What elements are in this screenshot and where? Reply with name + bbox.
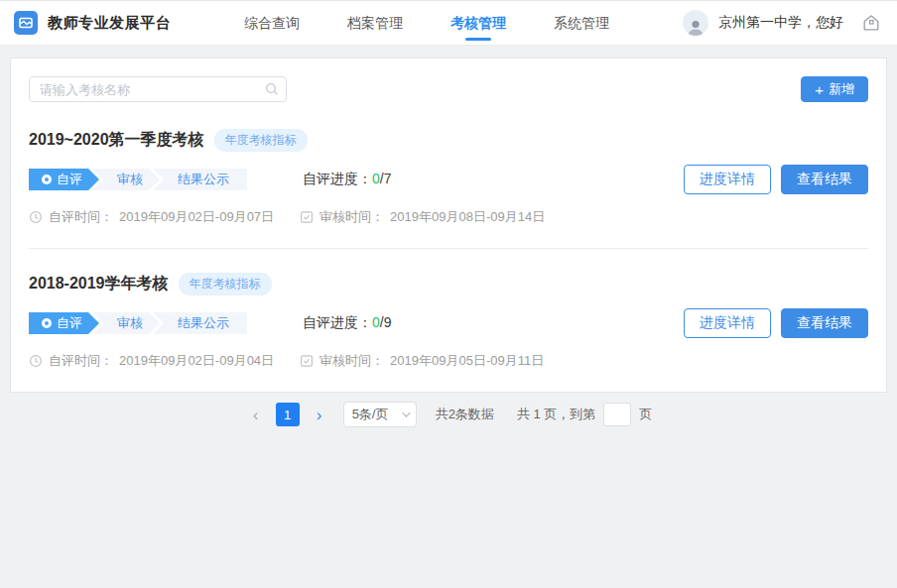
- total-count-text: 共2条数据: [436, 406, 494, 423]
- time-value: 2019年09月02日-09月04日: [119, 352, 274, 370]
- nav-item-comprehensive-query[interactable]: 综合查询: [220, 0, 323, 46]
- page-size-select[interactable]: 5条/页: [343, 402, 417, 427]
- assessment-tag-badge: 年度考核指标: [214, 129, 308, 152]
- progress-value: 0: [372, 171, 380, 186]
- nav-item-archive-management[interactable]: 档案管理: [323, 0, 427, 46]
- step-label: 审核: [117, 171, 143, 188]
- step-result-publicity: 结果公示: [153, 169, 247, 190]
- step-banner: 自评 审核 结果公示: [29, 312, 247, 334]
- active-step-dot-icon: [42, 318, 52, 328]
- time-label: 审核时间：: [320, 208, 384, 226]
- progress-label: 自评进度：: [303, 171, 372, 186]
- nav-label: 综合查询: [244, 15, 300, 31]
- clock-icon: [29, 210, 43, 224]
- assessment-title: 2019~2020第一季度考核: [29, 130, 204, 151]
- assessment-tag-badge: 年度考核指标: [179, 273, 272, 295]
- step-review: 审核: [92, 169, 160, 190]
- user-greeting: 京州第一中学，您好: [718, 14, 843, 32]
- page-number-1[interactable]: 1: [276, 403, 300, 426]
- self-evaluation-time: 自评时间：2019年09月02日-09月04日: [29, 352, 274, 370]
- assessment-card: 2019~2020第一季度考核 年度考核指标 自评 审核 结果公示 自评进度：0…: [29, 129, 868, 249]
- step-banner: 自评 审核 结果公示: [29, 169, 247, 190]
- next-page-button[interactable]: ›: [309, 403, 330, 426]
- step-result-publicity: 结果公示: [153, 312, 247, 334]
- progress-total: /7: [380, 171, 392, 186]
- time-label: 自评时间：: [49, 208, 113, 226]
- header-user-area: 京州第一中学，您好: [683, 10, 883, 36]
- step-self-evaluation-active: 自评: [29, 312, 99, 334]
- active-step-dot-icon: [42, 175, 52, 184]
- nav-active-underline: [465, 38, 491, 41]
- step-label: 自评: [57, 314, 82, 332]
- card-divider: [29, 248, 868, 249]
- nav-item-system-management[interactable]: 系统管理: [530, 0, 633, 46]
- step-label: 结果公示: [178, 171, 229, 188]
- progress-detail-button[interactable]: 进度详情: [684, 165, 771, 194]
- review-time: 审核时间：2019年09月05日-09月11日: [300, 352, 544, 370]
- self-evaluation-time: 自评时间：2019年09月02日-09月07日: [29, 208, 274, 226]
- page-jump: 共 1 页，到第 页: [517, 403, 652, 426]
- step-label: 结果公示: [178, 314, 229, 332]
- assessment-title: 2018-2019学年考核: [29, 274, 169, 294]
- add-assessment-button[interactable]: + 新增: [801, 76, 868, 102]
- home-icon[interactable]: [859, 11, 883, 35]
- app-title: 教师专业发展平台: [48, 14, 171, 33]
- jump-suffix-text: 页: [639, 406, 652, 423]
- review-time: 审核时间：2019年09月08日-09月14日: [300, 208, 545, 226]
- assessment-list-panel: + 新增 2019~2020第一季度考核 年度考核指标 自评 审核 结果公示: [10, 58, 887, 393]
- time-value: 2019年09月02日-09月07日: [119, 208, 274, 226]
- progress-value: 0: [372, 314, 380, 330]
- audit-check-icon: [300, 354, 314, 368]
- nav-label: 系统管理: [554, 15, 609, 31]
- plus-icon: +: [815, 82, 824, 97]
- jump-page-input[interactable]: [603, 403, 631, 426]
- step-label: 自评: [57, 171, 82, 188]
- self-evaluation-progress: 自评进度：0/7: [303, 171, 391, 188]
- add-button-label: 新增: [829, 80, 854, 98]
- step-review: 审核: [92, 312, 160, 334]
- progress-label: 自评进度：: [303, 314, 372, 330]
- pagination-bar: ‹ 1 › 5条/页 共2条数据 共 1 页，到第 页: [0, 402, 897, 427]
- progress-total: /9: [380, 314, 392, 330]
- audit-check-icon: [300, 210, 314, 224]
- time-value: 2019年09月08日-09月14日: [390, 208, 545, 226]
- time-label: 自评时间：: [49, 352, 113, 370]
- clock-icon: [29, 354, 43, 368]
- app-logo-icon: [14, 11, 38, 35]
- chevron-down-icon: [402, 409, 410, 416]
- view-result-button[interactable]: 查看结果: [781, 165, 868, 194]
- self-evaluation-progress: 自评进度：0/9: [303, 314, 391, 332]
- time-value: 2019年09月05日-09月11日: [390, 352, 544, 370]
- top-header: 教师专业发展平台 综合查询 档案管理 考核管理 系统管理 京州第一中学，您好: [0, 0, 897, 46]
- user-avatar[interactable]: [683, 10, 708, 36]
- step-label: 审核: [117, 314, 143, 332]
- toolbar: + 新增: [29, 76, 868, 102]
- main-nav: 综合查询 档案管理 考核管理 系统管理: [220, 0, 633, 46]
- search-input[interactable]: [29, 76, 287, 102]
- time-label: 审核时间：: [320, 352, 384, 370]
- search-icon[interactable]: [265, 82, 279, 96]
- progress-detail-button[interactable]: 进度详情: [684, 308, 771, 338]
- nav-label: 考核管理: [450, 15, 506, 31]
- step-self-evaluation-active: 自评: [29, 169, 99, 190]
- jump-prefix-text: 共 1 页，到第: [517, 406, 595, 423]
- search-box: [29, 76, 287, 102]
- assessment-card: 2018-2019学年考核 年度考核指标 自评 审核 结果公示 自评进度：0/9: [29, 273, 868, 370]
- page-size-value: 5条/页: [352, 406, 389, 423]
- prev-page-button[interactable]: ‹: [245, 403, 267, 426]
- nav-item-assessment-management[interactable]: 考核管理: [427, 0, 530, 46]
- nav-label: 档案管理: [347, 15, 403, 31]
- view-result-button[interactable]: 查看结果: [781, 308, 868, 338]
